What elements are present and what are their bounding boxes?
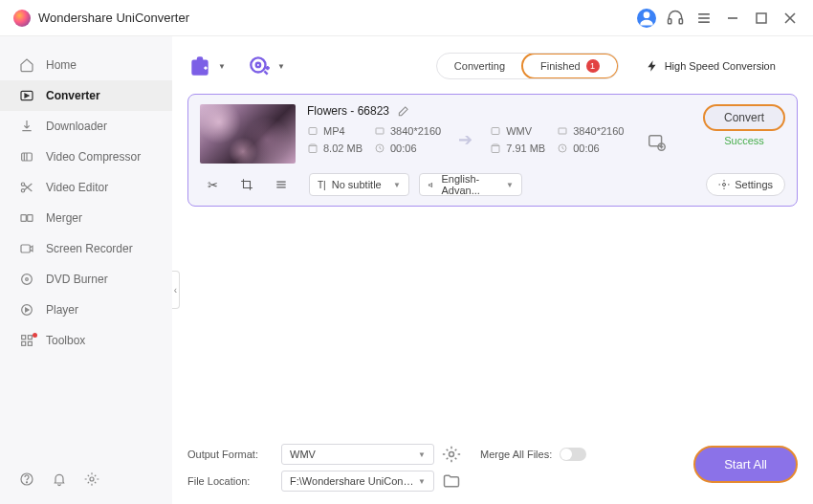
sidebar-item-editor[interactable]: Video Editor [0, 172, 172, 203]
compressor-icon [19, 149, 34, 164]
sidebar: Home Converter Downloader Video Compress… [0, 36, 172, 504]
clock-icon [557, 142, 568, 154]
bolt-icon [646, 59, 659, 73]
size-icon [490, 142, 501, 154]
video-thumbnail[interactable] [200, 104, 296, 164]
scissors-icon [19, 180, 34, 195]
svg-point-17 [22, 274, 33, 285]
add-dvd-button[interactable] [247, 54, 272, 78]
converter-icon [19, 88, 34, 103]
menu-icon[interactable] [694, 9, 714, 28]
merge-toggle[interactable] [560, 448, 586, 461]
bell-icon[interactable] [52, 471, 67, 487]
sidebar-item-label: Merger [46, 211, 82, 225]
svg-rect-15 [28, 215, 33, 222]
add-file-button[interactable] [187, 54, 212, 78]
svg-point-0 [644, 11, 650, 18]
merge-label: Merge All Files: [480, 449, 552, 460]
help-icon[interactable] [19, 471, 34, 487]
sidebar-item-merger[interactable]: Merger [0, 203, 172, 233]
sidebar-item-label: Home [46, 58, 77, 72]
sidebar-item-converter[interactable]: Converter [0, 80, 172, 111]
edit-icon[interactable] [397, 104, 410, 118]
output-format-label: Output Format: [187, 449, 274, 460]
chevron-down-icon[interactable]: ▼ [277, 62, 285, 71]
file-settings-icon[interactable] [647, 132, 668, 153]
app-logo-icon [13, 10, 31, 27]
minimize-icon[interactable] [723, 9, 742, 28]
resolution-icon [557, 125, 568, 137]
svg-rect-16 [21, 245, 30, 252]
sidebar-item-home[interactable]: Home [0, 50, 172, 80]
dst-res: 3840*2160 [573, 125, 624, 137]
crop-icon[interactable] [234, 175, 259, 194]
user-avatar-icon[interactable] [637, 9, 656, 28]
svg-rect-1 [669, 18, 671, 23]
subtitle-dropdown[interactable]: T|No subtitle▼ [309, 173, 409, 196]
maximize-icon[interactable] [752, 9, 771, 28]
sidebar-item-label: Screen Recorder [46, 242, 133, 255]
download-icon [19, 119, 34, 134]
svg-rect-20 [22, 336, 26, 340]
sidebar-item-label: Video Compressor [46, 150, 141, 164]
tab-converting[interactable]: Converting [437, 54, 522, 78]
svg-point-40 [723, 184, 726, 186]
resolution-icon [374, 125, 385, 137]
sidebar-item-player[interactable]: Player [0, 295, 172, 325]
sidebar-item-toolbox[interactable]: Toolbox [0, 325, 172, 356]
arrow-right-icon: ➔ [458, 129, 472, 150]
svg-rect-22 [22, 341, 26, 345]
sidebar-item-label: Player [46, 303, 78, 317]
sidebar-item-compressor[interactable]: Video Compressor [0, 142, 172, 172]
main-content: ▼ ▼ Converting Finished1 High Speed Conv… [172, 36, 813, 504]
clock-icon [374, 142, 385, 154]
svg-rect-7 [757, 13, 766, 23]
size-icon [307, 142, 319, 154]
close-icon[interactable] [780, 9, 800, 28]
format-icon [490, 125, 501, 137]
svg-point-25 [26, 482, 27, 483]
svg-rect-33 [559, 128, 566, 134]
audio-dropdown[interactable]: English-Advan...▼ [419, 173, 522, 196]
start-all-button[interactable]: Start All [693, 446, 798, 483]
svg-point-26 [90, 477, 94, 481]
tab-finished[interactable]: Finished1 [521, 53, 619, 79]
file-location-dropdown[interactable]: F:\Wondershare UniConverter▼ [281, 471, 434, 492]
svg-point-28 [256, 63, 260, 67]
cut-icon[interactable]: ✂ [200, 175, 225, 194]
src-dur: 00:06 [390, 142, 417, 154]
settings-button[interactable]: Settings [706, 173, 785, 196]
src-format: MP4 [323, 125, 345, 137]
sidebar-item-label: Toolbox [46, 334, 85, 347]
sidebar-item-label: DVD Burner [46, 273, 108, 286]
recorder-icon [19, 241, 34, 256]
play-icon [19, 302, 34, 318]
effects-icon[interactable] [269, 175, 294, 194]
disc-icon [19, 272, 34, 287]
status-label: Success [724, 135, 764, 146]
folder-icon[interactable] [442, 471, 461, 491]
chevron-down-icon[interactable]: ▼ [218, 62, 226, 71]
svg-rect-2 [679, 18, 682, 23]
sidebar-item-recorder[interactable]: Screen Recorder [0, 233, 172, 264]
toolbox-icon [19, 333, 34, 348]
svg-rect-29 [309, 128, 317, 135]
dst-format: WMV [506, 125, 532, 137]
headset-icon[interactable] [666, 9, 685, 28]
titlebar: Wondershare UniConverter [0, 0, 813, 36]
svg-rect-23 [28, 341, 32, 345]
convert-button[interactable]: Convert [703, 104, 785, 131]
tab-switch: Converting Finished1 [436, 53, 619, 79]
gear-icon[interactable] [84, 471, 99, 487]
finished-count-badge: 1 [586, 59, 600, 73]
svg-point-41 [450, 452, 454, 457]
sidebar-item-dvd[interactable]: DVD Burner [0, 264, 172, 295]
sidebar-item-downloader[interactable]: Downloader [0, 111, 172, 142]
dst-dur: 00:06 [573, 142, 600, 154]
format-settings-icon[interactable] [442, 445, 461, 464]
format-icon [307, 125, 319, 137]
src-size: 8.02 MB [323, 142, 363, 154]
high-speed-toggle[interactable]: High Speed Conversion [646, 59, 776, 73]
svg-rect-32 [492, 128, 499, 135]
output-format-dropdown[interactable]: WMV▼ [281, 444, 434, 465]
